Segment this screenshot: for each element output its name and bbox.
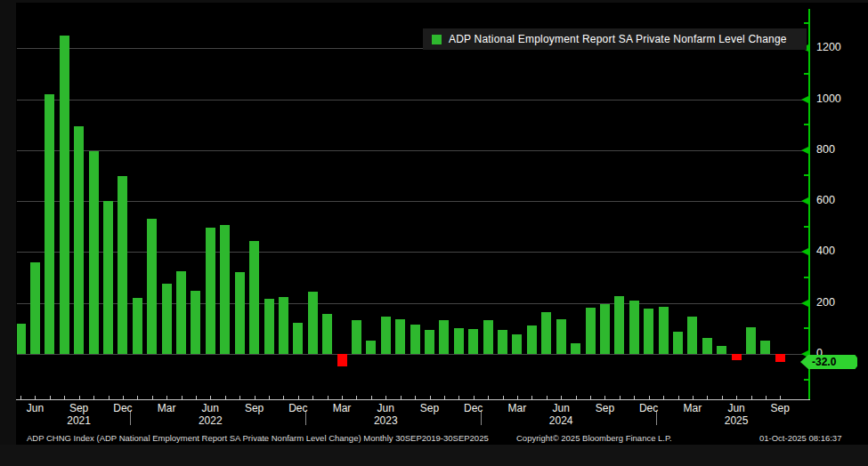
y-tick-label-1200: 1200 bbox=[816, 41, 841, 53]
x-tick bbox=[64, 396, 65, 399]
bar-may-2024[interactable] bbox=[541, 312, 551, 354]
bar-oct-2023[interactable] bbox=[439, 320, 449, 354]
bar-dec-2023[interactable] bbox=[468, 329, 478, 354]
x-tick bbox=[503, 396, 504, 399]
bar-sep-2024[interactable] bbox=[600, 304, 610, 354]
bar-apr-2023[interactable] bbox=[352, 320, 361, 354]
bar-apr-2024[interactable] bbox=[527, 325, 537, 354]
x-tick bbox=[20, 396, 21, 399]
bar-sep-2023[interactable] bbox=[425, 330, 434, 355]
top-margin bbox=[0, 0, 868, 3]
bar-mar-2022[interactable] bbox=[162, 284, 172, 354]
x-tick-label-jun-37: Jun bbox=[553, 402, 570, 414]
bar-aug-2023[interactable] bbox=[410, 325, 420, 355]
bar-jun-2022[interactable] bbox=[206, 228, 215, 354]
y-tick-1000 bbox=[801, 96, 808, 103]
x-tick-label-mar-10: Mar bbox=[158, 402, 176, 414]
x-tick-label-sep-16: Sep bbox=[245, 402, 264, 414]
x-tick bbox=[458, 396, 459, 399]
bar-mar-2025[interactable] bbox=[687, 317, 697, 354]
bar-oct-2021[interactable] bbox=[89, 151, 99, 354]
bar-may-2021[interactable] bbox=[17, 324, 26, 354]
bar-sep-2025[interactable] bbox=[775, 354, 785, 362]
bar-jun-2021[interactable] bbox=[30, 262, 40, 354]
x-tick bbox=[751, 396, 752, 399]
bar-feb-2024[interactable] bbox=[498, 330, 507, 354]
bar-apr-2022[interactable] bbox=[176, 271, 186, 354]
x-tick bbox=[239, 396, 240, 399]
y-minor-tick-100 bbox=[804, 327, 808, 329]
bar-oct-2024[interactable] bbox=[614, 296, 624, 354]
gridline-0 bbox=[17, 354, 808, 355]
bar-may-2023[interactable] bbox=[366, 341, 376, 355]
bar-apr-2025[interactable] bbox=[702, 338, 712, 354]
bar-nov-2024[interactable] bbox=[629, 301, 639, 354]
bar-nov-2023[interactable] bbox=[454, 328, 464, 354]
gridline-600 bbox=[17, 201, 808, 202]
bar-jan-2025[interactable] bbox=[659, 307, 669, 354]
x-tick bbox=[474, 396, 475, 399]
bar-jul-2024[interactable] bbox=[571, 343, 580, 354]
y-minor-tick-1100 bbox=[804, 73, 808, 75]
bar-sep-2021[interactable] bbox=[74, 126, 84, 354]
bar-may-2022[interactable] bbox=[191, 291, 200, 354]
x-tick bbox=[196, 396, 197, 399]
bar-dec-2021[interactable] bbox=[118, 176, 127, 355]
bar-jun-2025[interactable] bbox=[732, 354, 742, 360]
bar-aug-2024[interactable] bbox=[586, 308, 596, 354]
bar-mar-2023[interactable] bbox=[337, 354, 347, 366]
legend-swatch-icon bbox=[432, 35, 442, 44]
bar-aug-2025[interactable] bbox=[760, 341, 770, 355]
bar-feb-2025[interactable] bbox=[673, 332, 683, 354]
x-tick bbox=[79, 396, 80, 399]
bar-feb-2023[interactable] bbox=[322, 314, 332, 354]
x-tick bbox=[371, 396, 372, 399]
bottom-panel bbox=[0, 445, 868, 466]
footer-copyright: Copyright© 2025 Bloomberg Finance L.P. bbox=[516, 433, 672, 443]
x-tick bbox=[634, 396, 635, 399]
gridline-1000 bbox=[17, 100, 808, 100]
year-divider bbox=[481, 412, 482, 425]
bar-nov-2022[interactable] bbox=[279, 297, 288, 354]
bar-jan-2023[interactable] bbox=[308, 292, 318, 354]
bar-aug-2021[interactable] bbox=[60, 36, 69, 354]
bar-jul-2025[interactable] bbox=[746, 327, 756, 354]
x-tick bbox=[385, 396, 386, 399]
bar-jul-2021[interactable] bbox=[45, 94, 54, 354]
bar-oct-2022[interactable] bbox=[264, 299, 274, 355]
y-tick-label-600: 600 bbox=[816, 194, 835, 206]
y-minor-tick-500 bbox=[804, 226, 808, 228]
bar-dec-2022[interactable] bbox=[293, 323, 303, 354]
y-tick-200 bbox=[801, 300, 808, 307]
bar-nov-2021[interactable] bbox=[103, 201, 113, 354]
x-tick bbox=[531, 396, 532, 399]
x-tick bbox=[649, 396, 650, 399]
year-label-2025: 2025 bbox=[725, 414, 749, 427]
bar-dec-2024[interactable] bbox=[644, 309, 653, 354]
x-tick bbox=[50, 396, 51, 399]
y-minor-tick--100 bbox=[804, 379, 808, 381]
y-tick-label-200: 200 bbox=[816, 296, 835, 309]
x-axis bbox=[16, 399, 810, 400]
bar-jul-2022[interactable] bbox=[220, 225, 230, 354]
x-tick bbox=[766, 396, 767, 399]
bar-jun-2023[interactable] bbox=[381, 317, 391, 354]
bar-may-2025[interactable] bbox=[717, 346, 726, 355]
x-tick bbox=[152, 396, 153, 399]
legend-box[interactable]: ADP National Employment Report SA Privat… bbox=[423, 28, 807, 50]
x-tick bbox=[736, 396, 737, 399]
x-tick bbox=[225, 396, 226, 399]
x-tick bbox=[620, 396, 621, 399]
gridline-400 bbox=[17, 252, 808, 253]
bar-aug-2022[interactable] bbox=[235, 272, 245, 355]
bar-jul-2023[interactable] bbox=[395, 319, 405, 354]
bar-sep-2022[interactable] bbox=[249, 241, 259, 355]
bar-jan-2024[interactable] bbox=[483, 320, 493, 354]
x-tick bbox=[123, 396, 124, 399]
bar-mar-2024[interactable] bbox=[512, 334, 522, 354]
x-tick-label-jun-49: Jun bbox=[727, 402, 744, 414]
bar-jan-2022[interactable] bbox=[133, 298, 142, 354]
bar-jun-2024[interactable] bbox=[556, 319, 566, 354]
bar-feb-2022[interactable] bbox=[147, 219, 157, 354]
y-tick-label-400: 400 bbox=[816, 245, 835, 257]
